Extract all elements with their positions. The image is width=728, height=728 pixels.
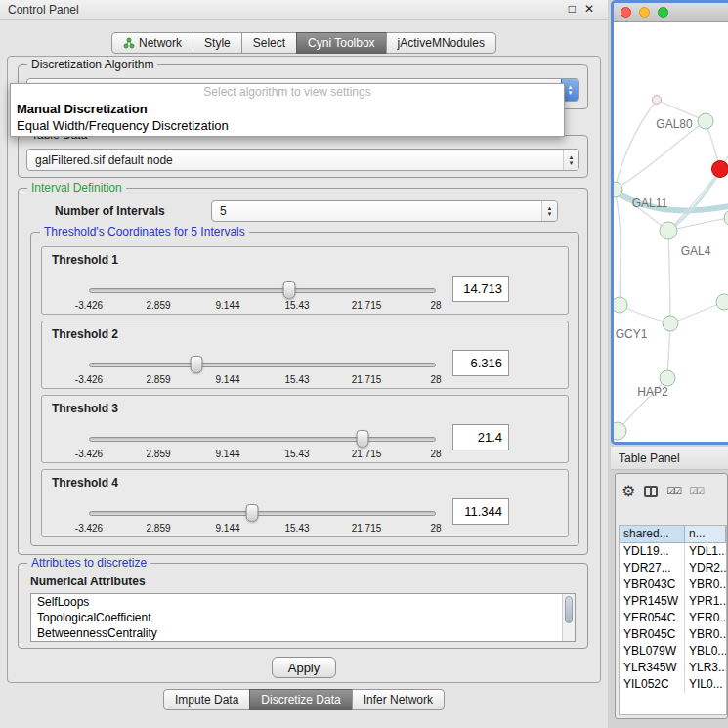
threshold-1-value[interactable]: 14.713 xyxy=(452,276,509,302)
tab-network[interactable]: Network xyxy=(111,32,193,54)
list-scrollbar[interactable] xyxy=(562,594,575,641)
threshold-label: Threshold 3 xyxy=(52,402,118,415)
table-cell: YLR345W xyxy=(620,660,685,676)
network-node[interactable] xyxy=(716,294,728,310)
scrollbar-thumb[interactable] xyxy=(565,596,573,623)
tab-jactivemodules[interactable]: jActiveMNodules xyxy=(386,32,496,54)
control-panel-window: Control Panel □ ✕ Network Style Select C… xyxy=(0,0,608,728)
slider-scale: -3.426 2.859 9.144 15.43 21.715 28 xyxy=(89,374,436,386)
slider-tick-label: 21.715 xyxy=(352,300,382,311)
numerical-attributes-list[interactable]: SelfLoops TopologicalCoefficient Between… xyxy=(30,593,576,642)
show-columns-icon[interactable]: ☑☑ xyxy=(689,484,703,499)
tab-label: Impute Data xyxy=(175,690,238,709)
tab-select[interactable]: Select xyxy=(241,32,297,54)
slider-tick-label: 9.144 xyxy=(215,449,239,459)
table-row[interactable]: YDR27...YDR2... xyxy=(620,560,726,577)
threshold-2-value[interactable]: 6.316 xyxy=(452,350,509,376)
group-title: Attributes to discretize xyxy=(27,556,150,570)
slider-scale: -3.426 2.859 9.144 15.43 21.715 28 xyxy=(89,449,436,460)
slider-track[interactable] xyxy=(89,437,436,442)
table-row[interactable]: YDL19...YDL1... xyxy=(620,543,726,560)
network-node-gcy1[interactable] xyxy=(614,297,627,313)
tab-label: Cyni Toolbox xyxy=(308,33,374,53)
slider-tick-label: 15.43 xyxy=(284,523,309,534)
tab-cyni-toolbox[interactable]: Cyni Toolbox xyxy=(296,32,386,54)
slider-tick-label: 21.715 xyxy=(352,449,382,459)
network-node[interactable] xyxy=(653,96,662,105)
columns-icon[interactable] xyxy=(644,486,658,497)
float-window-icon[interactable]: □ xyxy=(569,2,576,16)
list-item[interactable]: SelfLoops xyxy=(31,594,575,610)
selected-node[interactable] xyxy=(712,161,728,178)
slider-handle[interactable] xyxy=(282,281,295,299)
zoom-traffic-light[interactable] xyxy=(658,7,668,18)
network-node[interactable] xyxy=(663,316,678,331)
table-cell: YPR1... xyxy=(685,593,726,610)
network-nodes[interactable] xyxy=(614,96,728,441)
slider-handle[interactable] xyxy=(357,430,369,448)
number-of-intervals-combobox[interactable]: 5 ▲▼ xyxy=(211,200,558,222)
numerical-attributes-label: Numerical Attributes xyxy=(30,575,146,588)
table-row[interactable]: YBR043CYBR0... xyxy=(620,577,726,593)
minimize-traffic-light[interactable] xyxy=(639,7,650,18)
slider-handle[interactable] xyxy=(191,356,203,373)
control-panel-titlebar: Control Panel □ ✕ xyxy=(0,0,608,20)
table-cell: YPR145W xyxy=(620,593,685,610)
table-panel-titlebar: Table Panel xyxy=(611,447,728,470)
slider-track[interactable] xyxy=(89,363,436,367)
list-item[interactable]: BetweennessCentrality xyxy=(31,625,575,641)
tab-discretize-data[interactable]: Discretize Data xyxy=(249,689,352,710)
table-row[interactable]: YIL052CYIL0... xyxy=(620,676,726,693)
network-node-gal80[interactable] xyxy=(698,113,713,129)
threshold-4-value[interactable]: 11.344 xyxy=(452,498,509,525)
bottom-tab-bar: Impute Data Discretize Data Infer Networ… xyxy=(0,688,608,710)
close-window-icon[interactable]: ✕ xyxy=(584,2,594,16)
slider-tick-label: 21.715 xyxy=(352,374,382,385)
table-cell: YBR045C xyxy=(620,626,685,643)
table-row[interactable]: YER054CYER0... xyxy=(620,610,726,626)
table-row[interactable]: YPR145WYPR1... xyxy=(620,593,726,610)
table-data-combobox[interactable]: galFiltered.sif default node ▲▼ xyxy=(26,149,579,171)
slider-tick-label: 15.43 xyxy=(284,300,309,311)
threshold-label: Threshold 2 xyxy=(52,327,118,341)
gear-icon[interactable]: ⚙ xyxy=(621,484,635,499)
table-cell: YBL079W xyxy=(620,643,685,660)
network-window-titlebar[interactable] xyxy=(614,3,728,22)
node-label: GAL11 xyxy=(632,196,668,210)
network-canvas[interactable]: GAL80 GAL11 GAL4 GCY1 HAP2 xyxy=(614,23,728,442)
dropdown-item-manual-discretization[interactable]: Manual Discretization xyxy=(11,101,564,117)
close-traffic-light[interactable] xyxy=(621,7,631,18)
network-node-gal4[interactable] xyxy=(660,222,677,239)
tab-style[interactable]: Style xyxy=(193,32,242,54)
threshold-4-slider[interactable]: -3.426 2.859 9.144 15.43 21.715 28 xyxy=(89,511,436,536)
table-cell: YBR0... xyxy=(685,626,726,643)
slider-tick-label: 21.715 xyxy=(352,523,382,534)
table-row[interactable]: YBL079WYBL0... xyxy=(620,643,726,660)
dropdown-item-equal-width-frequency[interactable]: Equal Width/Frequency Discretization xyxy=(11,117,564,134)
slider-handle[interactable] xyxy=(245,504,258,522)
combobox-stepper-icon[interactable]: ▲▼ xyxy=(541,201,557,221)
select-columns-icon[interactable]: ☑☑ xyxy=(666,484,680,499)
network-node[interactable] xyxy=(724,210,728,226)
table-panel-title: Table Panel xyxy=(619,451,680,465)
tab-infer-network[interactable]: Infer Network xyxy=(352,689,445,710)
window-controls: □ ✕ xyxy=(569,2,594,16)
tab-impute-data[interactable]: Impute Data xyxy=(163,689,250,710)
threshold-3-value[interactable]: 21.4 xyxy=(452,424,509,450)
list-item[interactable]: TopologicalCoefficient xyxy=(31,610,575,625)
table-row[interactable]: YLR345WYLR3... xyxy=(620,660,726,676)
table-row[interactable]: YBR045CYBR0... xyxy=(620,626,726,643)
network-icon xyxy=(123,37,135,49)
network-node-hap2[interactable] xyxy=(660,370,675,386)
slider-track[interactable] xyxy=(89,511,436,516)
threshold-2-slider[interactable]: -3.426 2.859 9.144 15.43 21.715 28 xyxy=(89,363,436,388)
slider-track[interactable] xyxy=(89,288,436,293)
threshold-1-slider[interactable]: -3.426 2.859 9.144 15.43 21.715 28 xyxy=(89,288,436,314)
threshold-3-slider[interactable]: -3.426 2.859 9.144 15.43 21.715 28 xyxy=(89,437,436,462)
column-header-name[interactable]: n... xyxy=(685,526,726,543)
column-header-shared-name[interactable]: shared... xyxy=(620,526,685,543)
network-node[interactable] xyxy=(614,422,626,440)
combobox-stepper-icon[interactable]: ▲▼ xyxy=(563,150,578,170)
slider-tick-label: -3.426 xyxy=(75,300,103,311)
apply-button[interactable]: Apply xyxy=(272,657,336,678)
